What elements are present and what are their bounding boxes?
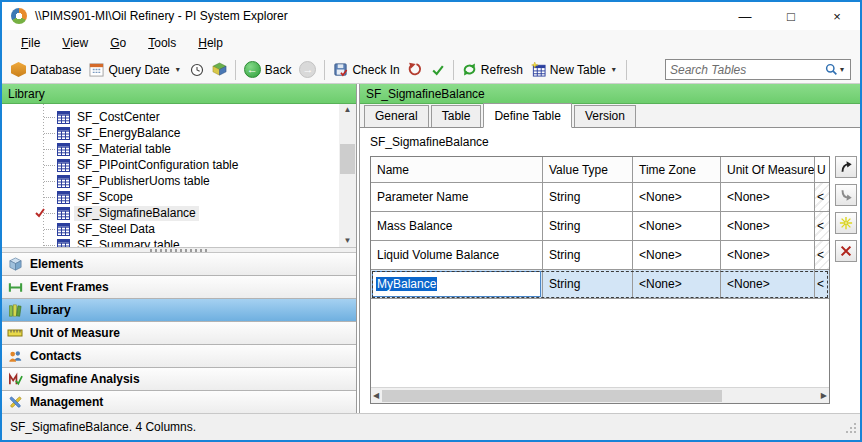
sparkle-icon	[839, 216, 853, 230]
column-header-clipped[interactable]: U	[815, 157, 829, 182]
maximize-button[interactable]: □	[768, 2, 814, 30]
menu-go[interactable]: Go	[99, 32, 137, 54]
cell-clipped[interactable]: <	[815, 212, 829, 240]
close-button[interactable]: ×	[814, 2, 860, 30]
nav-item-library[interactable]: Library	[2, 298, 356, 321]
column-header-name[interactable]: Name	[371, 157, 543, 182]
tree-item-sf-sigmafinebalance[interactable]: SF_SigmafineBalance	[2, 205, 356, 221]
column-header-time-zone[interactable]: Time Zone	[633, 157, 721, 182]
scroll-right-icon[interactable]: ▶	[821, 392, 827, 400]
cell-time-zone[interactable]: <None>	[633, 241, 721, 269]
tree-item-sf-scope[interactable]: SF_Scope	[2, 189, 356, 205]
cell-name[interactable]: Liquid Volume Balance	[371, 241, 543, 269]
back-button[interactable]: ← Back	[240, 59, 296, 80]
tree-item-sf-energybalance[interactable]: SF_EnergyBalance	[2, 125, 356, 141]
nav-label: Library	[30, 303, 71, 317]
tab-define-table[interactable]: Define Table	[483, 103, 572, 128]
grid-row-parameter-name[interactable]: Parameter Name String <None> <None> <	[371, 183, 829, 212]
delete-column-button[interactable]	[835, 240, 857, 262]
toolbar-separator	[626, 60, 627, 80]
cell-value-type[interactable]: String	[543, 270, 633, 298]
back-icon: ←	[244, 61, 261, 78]
time-range-button[interactable]	[186, 61, 208, 79]
cell-value-type[interactable]: String	[543, 212, 633, 240]
cell-name[interactable]: Parameter Name	[371, 183, 543, 211]
forward-button[interactable]: →	[295, 59, 320, 80]
scroll-down-icon[interactable]: ▼	[344, 237, 352, 245]
nav-item-sigmafine-analysis[interactable]: Sigmafine Analysis	[2, 367, 356, 390]
column-header-unit-of-measure[interactable]: Unit Of Measure	[721, 157, 815, 182]
tab-version[interactable]: Version	[574, 105, 636, 127]
clock-icon	[190, 63, 204, 77]
check-in-button[interactable]: Check In	[329, 60, 403, 79]
table-icon	[57, 127, 70, 140]
database-layers-button[interactable]	[208, 60, 231, 79]
grid-row-liquid-volume-balance[interactable]: Liquid Volume Balance String <None> <Non…	[371, 241, 829, 270]
menu-help[interactable]: Help	[187, 32, 234, 54]
cell-value-type[interactable]: String	[543, 241, 633, 269]
nav-item-contacts[interactable]: Contacts	[2, 344, 356, 367]
scroll-up-icon[interactable]: ▲	[344, 106, 352, 114]
database-button[interactable]: Database	[7, 60, 85, 79]
tree-vertical-scrollbar[interactable]: ▲ ▼	[339, 104, 356, 247]
new-table-button[interactable]: New Table ▾	[527, 60, 622, 79]
query-date-button[interactable]: Query Date ▾	[85, 60, 185, 79]
tab-general[interactable]: General	[364, 105, 429, 127]
cell-time-zone[interactable]: <None>	[633, 183, 721, 211]
column-header-value-type[interactable]: Value Type	[543, 157, 633, 182]
cell-clipped[interactable]: <	[815, 183, 829, 211]
tree-item-sf-costcenter[interactable]: SF_CostCenter	[2, 109, 356, 125]
search-input[interactable]	[670, 63, 825, 77]
nav-label: Event Frames	[30, 280, 109, 294]
cell-time-zone[interactable]: <None>	[633, 270, 721, 298]
apply-check-button[interactable]	[427, 61, 449, 79]
cell-uom[interactable]: <None>	[721, 270, 815, 298]
table-icon	[57, 175, 70, 188]
tree-item-sf-steel-data[interactable]: SF_Steel Data	[2, 221, 356, 237]
minimize-button[interactable]: —	[722, 2, 768, 30]
cell-time-zone[interactable]: <None>	[633, 212, 721, 240]
cell-name[interactable]: Mass Balance	[371, 212, 543, 240]
move-down-button[interactable]	[835, 184, 857, 206]
scroll-left-icon[interactable]: ◀	[373, 392, 379, 400]
tree-item-sf-pipointconfiguration-table[interactable]: SF_PIPointConfiguration table	[2, 157, 356, 173]
scrollbar-thumb[interactable]	[340, 144, 355, 174]
undo-checkout-button[interactable]	[404, 60, 427, 79]
curved-up-arrow-icon	[839, 160, 853, 174]
grid-row-mass-balance[interactable]: Mass Balance String <None> <None> <	[371, 212, 829, 241]
grid-horizontal-scrollbar[interactable]: ◀ ▶	[371, 387, 829, 403]
move-up-button[interactable]	[835, 156, 857, 178]
table-icon	[57, 207, 70, 220]
refresh-button[interactable]: Refresh	[458, 60, 527, 79]
nav-item-management[interactable]: Management	[2, 390, 356, 413]
cell-name-editor[interactable]: MyBalance	[371, 270, 543, 298]
menu-tools[interactable]: Tools	[137, 32, 187, 54]
nav-item-event-frames[interactable]: Event Frames	[2, 275, 356, 298]
search-icon[interactable]	[825, 63, 838, 76]
cell-clipped[interactable]: <	[815, 270, 829, 298]
new-table-icon	[531, 62, 546, 77]
green-check-icon	[431, 63, 445, 77]
cell-uom[interactable]: <None>	[721, 212, 815, 240]
chevron-down-icon[interactable]: ▾	[840, 65, 844, 74]
cell-uom[interactable]: <None>	[721, 241, 815, 269]
inline-edit-box[interactable]: MyBalance	[372, 271, 541, 297]
checked-out-icon	[35, 208, 45, 218]
tab-table[interactable]: Table	[431, 105, 482, 127]
tree-item-sf-summary-table[interactable]: SF_Summary table	[2, 237, 356, 247]
cell-uom[interactable]: <None>	[721, 183, 815, 211]
tree-item-sf-material-table[interactable]: SF_Material table	[2, 141, 356, 157]
new-column-button[interactable]	[835, 212, 857, 234]
menu-view[interactable]: View	[51, 32, 99, 54]
tree-item-sf-publisheruoms-table[interactable]: SF_PublisherUoms table	[2, 173, 356, 189]
nav-item-unit-of-measure[interactable]: Unit of Measure	[2, 321, 356, 344]
scrollbar-thumb[interactable]	[382, 390, 722, 402]
cell-clipped[interactable]: <	[815, 241, 829, 269]
cell-value-type[interactable]: String	[543, 183, 633, 211]
nav-item-elements[interactable]: Elements	[2, 253, 356, 275]
menu-file[interactable]: File	[10, 32, 51, 54]
resize-grip-icon[interactable]	[845, 422, 857, 437]
layers-icon	[212, 62, 227, 77]
grid-header-row: Name Value Type Time Zone Unit Of Measur…	[371, 157, 829, 183]
grid-row-mybalance-editing[interactable]: MyBalance String <None> <None> <	[371, 270, 829, 299]
